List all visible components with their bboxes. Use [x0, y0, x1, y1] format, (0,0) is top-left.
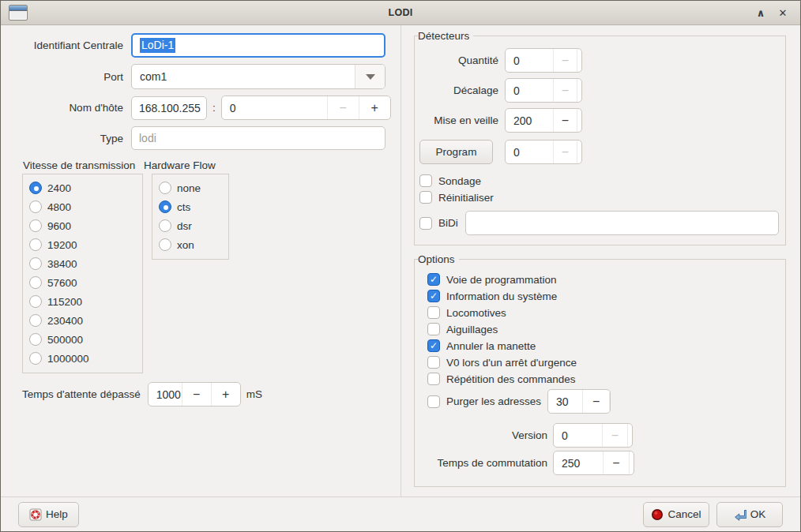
increment-button[interactable]: + — [577, 79, 582, 102]
increment-button[interactable]: + — [577, 109, 582, 132]
checkbox-icon[interactable] — [427, 323, 440, 335]
bidi-checkbox-row[interactable]: BiDi — [419, 211, 779, 235]
radio-option[interactable]: 1000000 — [29, 349, 136, 368]
checkbox-icon[interactable] — [419, 217, 432, 230]
baud-rate-group: Vitesse de transmission 2400 4800 9600 1… — [22, 159, 143, 373]
radio-icon[interactable] — [29, 200, 42, 213]
purge-addresses-spinner[interactable]: 30 − + — [547, 389, 611, 414]
offset-spinner[interactable]: 0 − + — [505, 78, 582, 103]
type-input[interactable] — [131, 126, 385, 150]
increment-button[interactable]: + — [577, 49, 582, 72]
checkbox-icon[interactable] — [419, 191, 432, 204]
checkbox-icon[interactable] — [427, 356, 440, 369]
radio-icon[interactable] — [29, 182, 42, 194]
checkbox-icon[interactable] — [427, 395, 440, 408]
checkbox-icon[interactable] — [427, 273, 440, 286]
cancel-button[interactable]: Cancel — [643, 502, 709, 527]
radio-option[interactable]: dsr — [159, 216, 222, 235]
option-checkbox-row[interactable]: Voie de programmation — [427, 273, 779, 286]
bidi-input-field[interactable] — [473, 217, 771, 230]
quantity-spinner[interactable]: 0 − + — [505, 48, 582, 73]
radio-icon[interactable] — [29, 314, 42, 327]
radio-icon[interactable] — [29, 219, 42, 232]
increment-button[interactable]: + — [627, 424, 633, 447]
ok-button[interactable]: OK — [716, 502, 783, 527]
help-button[interactable]: Help — [18, 502, 79, 527]
host-port-spinner[interactable]: 0 − + — [221, 96, 391, 120]
version-spinner[interactable]: 0 − + — [553, 423, 633, 448]
radio-option[interactable]: 500000 — [29, 330, 136, 349]
increment-button[interactable]: + — [211, 383, 240, 406]
port-combobox[interactable]: com1 — [131, 64, 385, 89]
decrement-button[interactable]: − — [603, 451, 629, 474]
radio-icon[interactable] — [159, 219, 171, 232]
decrement-button[interactable]: − — [553, 140, 577, 163]
increment-button[interactable]: + — [629, 451, 634, 474]
titlebar[interactable]: LODI ∧ ✕ — [1, 1, 800, 25]
type-label: Type — [9, 133, 123, 144]
radio-icon[interactable] — [29, 333, 42, 346]
radio-option[interactable]: 38400 — [29, 254, 136, 273]
type-input-field[interactable] — [139, 132, 378, 144]
checkbox-icon[interactable] — [427, 339, 440, 352]
selected-text: LoDi-1 — [140, 38, 175, 53]
program-spinner[interactable]: 0 − + — [505, 140, 582, 164]
timeout-spinner[interactable]: 1000 − + — [148, 382, 241, 406]
radio-option[interactable]: 57600 — [29, 273, 136, 292]
radio-icon[interactable] — [29, 295, 42, 308]
checkbox-icon[interactable] — [427, 290, 440, 302]
help-lifebuoy-icon — [29, 508, 42, 521]
radio-icon[interactable] — [29, 238, 42, 251]
radio-icon[interactable] — [29, 276, 42, 289]
window-title: LODI — [1, 7, 800, 18]
increment-button[interactable]: + — [359, 96, 390, 119]
checkbox-icon[interactable] — [427, 373, 440, 385]
reinitialiser-checkbox-row[interactable]: Réinitialiser — [419, 191, 779, 204]
sondage-checkbox-row[interactable]: Sondage — [419, 174, 779, 187]
option-checkbox-row[interactable]: Aiguillages — [427, 323, 779, 335]
bidi-input[interactable] — [465, 211, 779, 235]
radio-icon[interactable] — [159, 182, 171, 194]
purge-addresses-row[interactable]: Purger les adresses 30 − + — [427, 389, 779, 414]
radio-option[interactable]: none — [159, 178, 222, 197]
radio-option[interactable]: 230400 — [29, 311, 136, 330]
standby-spinner[interactable]: 200 − + — [505, 108, 582, 133]
radio-option[interactable]: 115200 — [29, 292, 136, 311]
option-checkbox-row[interactable]: Information du système — [427, 290, 779, 302]
checkbox-icon[interactable] — [427, 306, 440, 319]
ok-enter-arrow-icon — [734, 508, 746, 521]
radio-option[interactable]: 19200 — [29, 235, 136, 254]
central-id-input[interactable]: LoDi-1 — [131, 33, 385, 58]
port-dropdown-button[interactable] — [355, 65, 385, 88]
radio-option[interactable]: 9600 — [29, 216, 136, 235]
decrement-button[interactable]: − — [182, 383, 211, 406]
radio-icon[interactable] — [29, 257, 42, 270]
quantity-label: Quantité — [419, 54, 498, 66]
radio-icon[interactable] — [29, 352, 42, 365]
radio-icon[interactable] — [159, 200, 171, 213]
option-checkbox-row[interactable]: Locomotives — [427, 306, 779, 319]
decrement-button[interactable]: − — [553, 109, 577, 132]
program-button[interactable]: Program — [419, 140, 493, 164]
switch-time-spinner[interactable]: 250 − + — [553, 451, 634, 475]
option-checkbox-row[interactable]: Répétition des commandes — [427, 373, 779, 385]
host-port-separator: : — [212, 102, 216, 114]
hostname-input[interactable]: 168.100.255 — [131, 96, 207, 120]
increment-button[interactable]: + — [609, 390, 611, 413]
radio-option[interactable]: 4800 — [29, 197, 136, 216]
radio-option[interactable]: cts — [159, 197, 222, 216]
decrement-button[interactable]: − — [327, 96, 359, 119]
decrement-button[interactable]: − — [602, 424, 627, 447]
option-checkbox-row[interactable]: V0 lors d'un arrêt d'urgence — [427, 356, 779, 369]
radio-option[interactable]: 2400 — [29, 178, 136, 197]
decrement-button[interactable]: − — [582, 390, 609, 413]
shade-window-button[interactable]: ∧ — [751, 3, 770, 22]
close-window-button[interactable]: ✕ — [773, 3, 792, 22]
decrement-button[interactable]: − — [553, 49, 577, 72]
option-checkbox-row[interactable]: Annuler la manette — [427, 339, 779, 352]
radio-option[interactable]: xon — [159, 235, 222, 254]
radio-icon[interactable] — [159, 238, 171, 251]
increment-button[interactable]: + — [577, 140, 582, 163]
checkbox-icon[interactable] — [419, 174, 432, 187]
decrement-button[interactable]: − — [553, 79, 577, 102]
